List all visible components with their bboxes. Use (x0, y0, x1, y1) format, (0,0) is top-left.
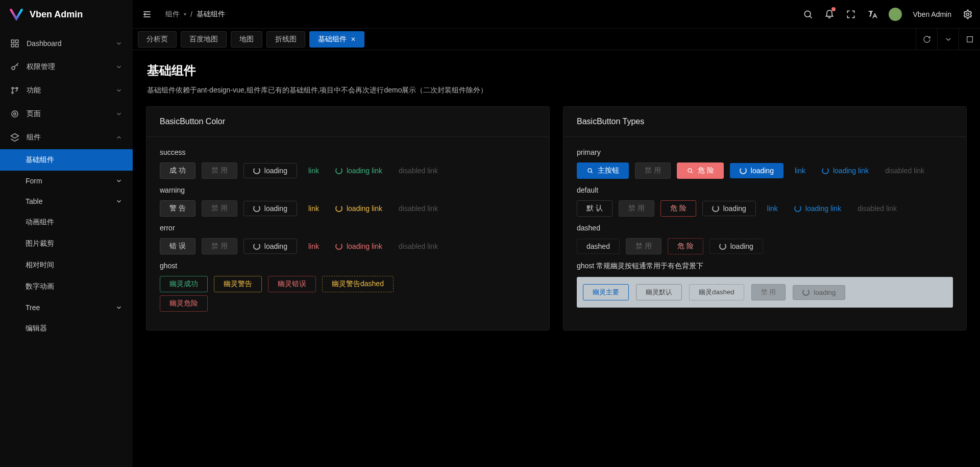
loading-button[interactable]: loading (709, 239, 763, 254)
disabled-link: disabled link (852, 201, 902, 216)
page-title: 基础组件 (147, 62, 966, 79)
link-button[interactable]: link (303, 201, 324, 216)
dashed-button[interactable]: dashed (577, 239, 620, 254)
section-label: dashed (577, 224, 953, 232)
sidebar-sub-time[interactable]: 相对时间 (0, 254, 133, 276)
spinner-icon (822, 167, 829, 174)
tab-dropdown-button[interactable] (937, 29, 959, 50)
search-icon[interactable] (803, 9, 813, 19)
spinner-icon (253, 167, 260, 174)
danger-button[interactable]: 危 险 (677, 162, 724, 179)
loading-link-button[interactable]: loading link (817, 164, 874, 178)
sidebar-item-label: Table (26, 197, 42, 205)
sidebar-item-features[interactable]: 功能 (0, 79, 133, 102)
tab-fullscreen-button[interactable] (959, 29, 980, 50)
sidebar-sub-countto[interactable]: 数字动画 (0, 276, 133, 297)
sidebar-item-label: 页面 (27, 109, 41, 119)
sidebar-item-label: 数字动画 (26, 282, 54, 291)
tab-label: 分析页 (146, 35, 168, 44)
page-description: 基础组件依赖于ant-design-vue,组件库已有的基础组件,项目中不会再次… (147, 86, 966, 95)
chevron-down-icon (115, 40, 122, 47)
avatar[interactable] (889, 8, 902, 21)
tab-map[interactable]: 地图 (231, 31, 262, 48)
error-button[interactable]: 错 误 (160, 238, 195, 254)
branch-icon (10, 86, 19, 95)
ghost-error-button[interactable]: 幽灵错误 (268, 276, 316, 292)
primary-button[interactable]: 主按钮 (577, 162, 629, 179)
svg-point-9 (14, 113, 16, 115)
collapse-sidebar-button[interactable] (138, 5, 156, 24)
breadcrumb-parent[interactable]: 组件 (165, 10, 180, 19)
link-button[interactable]: link (762, 201, 783, 216)
tab-analysis[interactable]: 分析页 (138, 31, 177, 48)
ghost-warning-button[interactable]: 幽灵警告 (214, 276, 262, 292)
gear-icon[interactable] (963, 9, 973, 19)
sidebar-item-permissions[interactable]: 权限管理 (0, 55, 133, 79)
svg-rect-1 (16, 40, 18, 42)
sidebar-sub-form[interactable]: Form (0, 171, 133, 191)
loading-button[interactable]: loading (702, 201, 756, 216)
translate-icon[interactable] (867, 9, 877, 19)
section-label: ghost 常规幽灵按钮通常用于有色背景下 (577, 262, 953, 271)
ghost-primary-button[interactable]: 幽灵主要 (583, 284, 629, 300)
sidebar-item-components[interactable]: 组件 (0, 126, 133, 149)
link-button[interactable]: link (303, 164, 324, 178)
loading-button[interactable]: loading (730, 163, 783, 178)
tab-line-chart[interactable]: 折线图 (266, 31, 305, 48)
spinner-icon (712, 205, 719, 212)
search-icon (687, 167, 694, 174)
ghost-disabled-button: 禁 用 (751, 284, 786, 300)
loading-button[interactable]: loading (243, 201, 297, 216)
button-label: loading link (805, 204, 841, 213)
ghost-loading-button[interactable]: loading (793, 285, 845, 300)
section-label: ghost (160, 262, 536, 270)
fullscreen-icon[interactable] (846, 9, 856, 19)
sidebar-item-label: Form (26, 177, 42, 185)
ghost-success-button[interactable]: 幽灵成功 (160, 276, 208, 292)
loading-link-button[interactable]: loading link (330, 239, 387, 253)
loading-button[interactable]: loading (243, 239, 297, 254)
success-button[interactable]: 成 功 (160, 162, 195, 179)
tab-label: 地图 (239, 35, 254, 44)
close-icon[interactable]: ✕ (351, 36, 356, 43)
sidebar-item-label: 动画组件 (26, 218, 54, 227)
loading-link-button[interactable]: loading link (789, 201, 846, 216)
sidebar-sub-transition[interactable]: 动画组件 (0, 212, 133, 233)
warning-button[interactable]: 警 告 (160, 200, 195, 217)
user-name[interactable]: Vben Admin (913, 10, 952, 18)
sidebar-sub-table[interactable]: Table (0, 191, 133, 212)
notifications-button[interactable] (824, 8, 835, 20)
spinner-icon (335, 205, 342, 212)
sidebar-item-dashboard[interactable]: Dashboard (0, 32, 133, 55)
sidebar-sub-tree[interactable]: Tree (0, 297, 133, 318)
chevron-down-icon (115, 63, 122, 71)
loading-button[interactable]: loading (243, 163, 297, 178)
ghost-default-button[interactable]: 幽灵默认 (636, 284, 682, 300)
danger-button[interactable]: 危 险 (660, 200, 696, 217)
link-button[interactable]: link (790, 164, 811, 178)
loading-link-button[interactable]: loading link (330, 201, 387, 216)
link-button[interactable]: link (303, 239, 324, 253)
key-icon (10, 62, 19, 72)
tab-basic-comp[interactable]: 基础组件✕ (309, 31, 364, 48)
sidebar-sub-editor[interactable]: 编辑器 (0, 318, 133, 339)
default-button[interactable]: 默 认 (577, 200, 612, 217)
sidebar-sub-cropper[interactable]: 图片裁剪 (0, 233, 133, 254)
disabled-link: disabled link (880, 164, 929, 178)
sidebar-item-pages[interactable]: 页面 (0, 102, 133, 126)
chevron-down-icon (115, 110, 122, 118)
brand[interactable]: Vben Admin (0, 0, 133, 29)
disabled-link: disabled link (394, 164, 443, 178)
disabled-button: 禁 用 (202, 238, 237, 254)
tab-baidu-map[interactable]: 百度地图 (181, 31, 227, 48)
svg-line-21 (691, 172, 693, 173)
ghost-danger-button[interactable]: 幽灵危险 (160, 295, 208, 312)
loading-link-button[interactable]: loading link (330, 164, 387, 178)
ghost-warning-dashed-button[interactable]: 幽灵警告dashed (322, 276, 394, 292)
stack-icon (10, 133, 19, 142)
chevron-down-icon (115, 304, 122, 311)
sidebar-sub-basic[interactable]: 基础组件 (0, 149, 133, 171)
ghost-dashed-button[interactable]: 幽灵dashed (689, 284, 744, 300)
tab-refresh-button[interactable] (916, 29, 937, 50)
danger-button[interactable]: 危 险 (668, 238, 703, 254)
